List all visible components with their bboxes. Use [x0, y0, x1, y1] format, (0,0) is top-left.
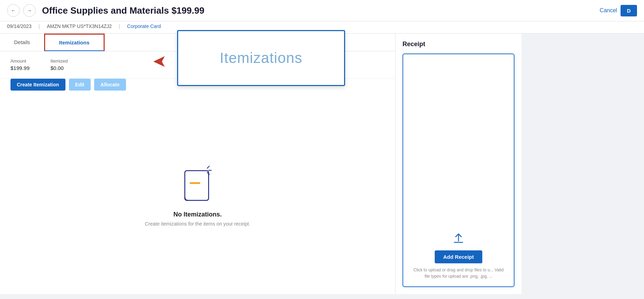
amount-group: Amount $199.99 — [10, 58, 29, 71]
upload-icon — [453, 233, 464, 246]
receipt-upload-area[interactable]: Add Receipt Click to upload or drag and … — [402, 54, 514, 287]
cancel-button[interactable]: Cancel — [600, 7, 617, 14]
left-panel: Details Itemizations Itemizations ➤ Amou… — [0, 34, 396, 294]
svg-rect-0 — [185, 171, 209, 200]
create-itemization-button[interactable]: Create Itemization — [10, 79, 65, 91]
transaction-ref: AMZN MKTP US*TX3N14ZJ2 — [47, 23, 112, 29]
amount-value: $199.99 — [10, 65, 29, 71]
done-button[interactable]: D — [621, 5, 637, 16]
allocate-button[interactable]: Allocate — [94, 79, 126, 91]
meta-separator-1: | — [38, 23, 40, 29]
itemizations-popup: Itemizations — [177, 30, 345, 86]
tab-details[interactable]: Details — [0, 34, 44, 51]
tabs-container: Details Itemizations Itemizations ➤ — [0, 34, 395, 51]
back-button[interactable]: ← — [7, 4, 20, 17]
no-itemizations-icon — [182, 165, 214, 204]
corporate-card-link[interactable]: Corporate Card — [127, 23, 161, 29]
edit-button[interactable]: Edit — [69, 79, 91, 91]
forward-button[interactable]: → — [23, 4, 36, 17]
right-panel: Receipt Add Receipt Click to upload or d… — [396, 34, 522, 294]
arrow-container: ➤ — [153, 51, 167, 71]
empty-subtitle: Create itemizations for the items on you… — [145, 221, 250, 227]
amount-label: Amount — [10, 58, 29, 64]
top-bar-left: ← → Office Supplies and Materials $199.9… — [7, 4, 204, 17]
itemized-value: $0.00 — [50, 65, 64, 71]
empty-state: No Itemizations. Create itemizations for… — [0, 98, 395, 294]
upload-hint: Click to upload or drag and drop files t… — [410, 267, 507, 279]
add-receipt-button[interactable]: Add Receipt — [435, 250, 482, 263]
svg-rect-1 — [190, 182, 200, 184]
tab-itemizations-wrapper: Itemizations Itemizations ➤ — [44, 34, 105, 51]
empty-title: No Itemizations. — [173, 211, 222, 218]
itemizations-popup-text: Itemizations — [220, 50, 302, 66]
svg-line-2 — [207, 166, 209, 168]
tab-itemizations[interactable]: Itemizations — [44, 34, 105, 51]
red-arrow-icon: ➤ — [153, 51, 167, 71]
page-title: Office Supplies and Materials $199.99 — [42, 5, 204, 16]
top-bar: ← → Office Supplies and Materials $199.9… — [0, 0, 644, 21]
main-content: Details Itemizations Itemizations ➤ Amou… — [0, 34, 644, 294]
transaction-date: 09/14/2023 — [7, 23, 31, 29]
itemized-label: Itemized — [50, 58, 68, 64]
receipt-section-title: Receipt — [402, 41, 514, 48]
meta-separator-2: | — [119, 23, 120, 29]
top-bar-right: Cancel D — [600, 5, 637, 16]
itemized-group: Itemized $0.00 — [50, 58, 68, 71]
